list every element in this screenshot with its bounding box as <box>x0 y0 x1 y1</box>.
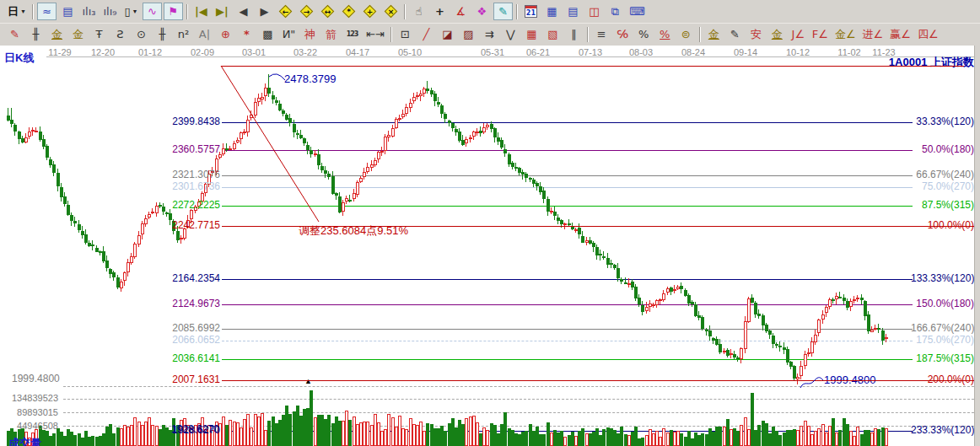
candle <box>437 102 440 105</box>
candle <box>800 366 803 376</box>
candle <box>10 120 13 124</box>
candle <box>70 215 73 221</box>
candle <box>91 244 94 246</box>
volume-bar <box>133 417 137 446</box>
candle <box>694 304 697 316</box>
volume-bar <box>620 427 623 446</box>
grid-dashed-line <box>63 399 974 400</box>
gann-level-price-label: 2036.6141 <box>158 353 220 364</box>
gann-level-line <box>222 150 913 151</box>
candle-wick <box>32 127 33 136</box>
candle <box>433 94 437 101</box>
candle <box>278 104 282 110</box>
date-label: 03-22 <box>287 47 324 57</box>
candle <box>374 160 377 165</box>
candle <box>744 321 747 349</box>
gann-level-price-label: 2085.6992 <box>158 323 220 334</box>
candle-wick <box>226 143 227 152</box>
candle <box>57 173 60 186</box>
candle <box>28 132 31 137</box>
gann-level-line <box>222 122 913 123</box>
volume-bar <box>288 414 292 446</box>
gann-level-percent-label: 133.33%(120) <box>911 273 974 284</box>
candle <box>398 118 401 120</box>
candle <box>680 286 683 289</box>
candle <box>426 89 429 91</box>
volume-bar <box>73 435 77 446</box>
gann-level-percent-label: 233.33%(120) <box>911 425 974 436</box>
right-scrollbar[interactable] <box>974 46 980 446</box>
candle <box>754 303 757 314</box>
volume-bar <box>310 390 313 446</box>
volume-scale-label: 89893015 <box>0 407 58 417</box>
candle <box>356 182 359 195</box>
clipped-pane-label: 成交量 <box>8 438 41 446</box>
date-label: 06-21 <box>520 47 557 57</box>
candle-wick <box>11 108 12 127</box>
candle <box>105 261 109 268</box>
candle <box>740 348 743 359</box>
gann-level-price-label: 2399.8438 <box>158 116 220 127</box>
volume-bar <box>838 430 842 446</box>
candle-wick <box>603 251 604 260</box>
gann-level-line <box>222 341 913 341</box>
candle <box>542 191 546 199</box>
candle <box>240 132 243 139</box>
gann-level-price-label: 2321.3076 <box>158 169 220 180</box>
candle <box>444 114 447 119</box>
volume-level-label: 1928.6270 <box>171 424 219 435</box>
volume-bar <box>662 428 665 446</box>
candle <box>288 118 292 123</box>
gann-level-line <box>221 66 964 67</box>
candle <box>63 196 67 204</box>
candle <box>144 218 148 224</box>
gann-level-price-label: 2164.2354 <box>158 273 220 284</box>
candle <box>78 224 81 230</box>
candle <box>602 256 606 258</box>
candle <box>620 279 623 282</box>
gann-level-percent-label: 187.5%(315) <box>911 353 974 364</box>
gann-level-price-label: 2360.5757 <box>158 144 220 155</box>
candle <box>772 336 775 344</box>
volume-bar <box>563 437 567 446</box>
date-label: 12-20 <box>84 47 121 57</box>
candle <box>401 114 405 117</box>
candle <box>84 234 88 243</box>
candle <box>814 335 817 342</box>
candle <box>832 299 835 301</box>
candle <box>331 176 335 194</box>
gann-level-percent-label: 33.33%(120) <box>911 116 974 127</box>
candle <box>757 314 761 316</box>
gann-level-price-label: 2124.9673 <box>158 298 220 309</box>
candle <box>409 103 412 108</box>
volume-bar <box>740 425 743 446</box>
date-label: 05-10 <box>391 47 428 57</box>
candle-wick <box>427 81 428 94</box>
date-label: 03-01 <box>235 47 272 57</box>
volume-bar <box>91 436 94 446</box>
gann-level-price-label: 2272.2225 <box>158 200 220 211</box>
candle <box>503 149 507 153</box>
candle <box>359 178 363 182</box>
candle <box>853 299 856 301</box>
volume-bar <box>327 415 331 446</box>
volume-bar <box>542 434 546 446</box>
date-label: 11-29 <box>41 47 78 57</box>
candle <box>599 254 602 255</box>
candle <box>662 293 665 300</box>
gann-level-price-label: 2066.0652 <box>158 335 220 346</box>
date-label: 04-17 <box>339 47 376 57</box>
candle <box>617 268 620 278</box>
gann-level-line <box>222 329 913 330</box>
candle <box>860 298 864 300</box>
volume-bar <box>229 420 232 446</box>
candle-wick <box>522 169 523 180</box>
candle <box>387 135 390 137</box>
date-label: 05-31 <box>474 47 511 57</box>
candle <box>120 282 123 288</box>
candle <box>451 123 455 128</box>
trading-app-window: { "toolbars": { "main": {"items": [ {"na… <box>0 0 980 446</box>
candle <box>486 125 489 127</box>
candle <box>261 97 264 99</box>
gann-level-percent-label: 50.0%(180) <box>911 144 974 155</box>
